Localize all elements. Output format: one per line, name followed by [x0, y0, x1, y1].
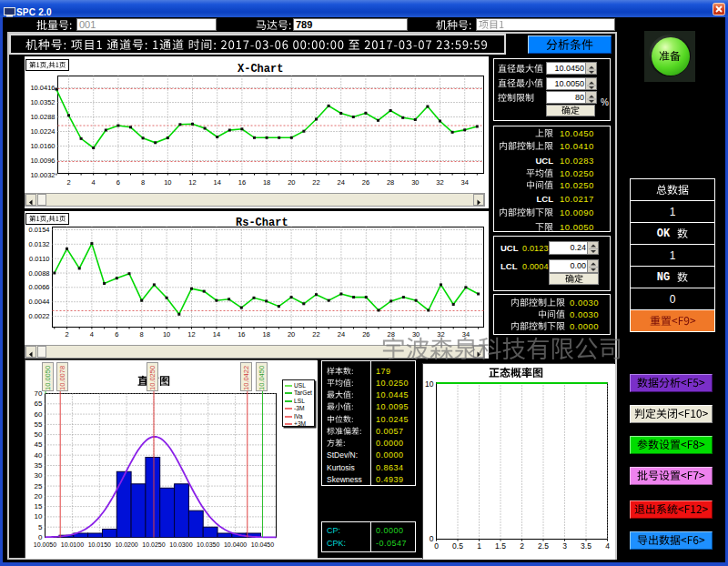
svg-text:25: 25	[35, 482, 43, 490]
svg-text:55: 55	[35, 420, 43, 429]
svg-text:3: 3	[562, 541, 567, 551]
svg-text:1: 1	[477, 541, 481, 551]
svg-text:10.0288: 10.0288	[30, 113, 55, 121]
svg-text:2: 2	[520, 541, 524, 551]
svg-text:30: 30	[35, 471, 43, 480]
svg-text:60: 60	[35, 410, 43, 419]
svg-text:10.0400: 10.0400	[224, 541, 247, 548]
svg-text:20: 20	[35, 492, 43, 500]
svg-text:10.0050: 10.0050	[34, 541, 56, 548]
svg-text:10.0200: 10.0200	[115, 541, 137, 548]
svg-text:0.0110: 0.0110	[29, 255, 49, 263]
svg-text:3.5: 3.5	[581, 541, 592, 551]
svg-text:5: 5	[38, 523, 43, 531]
svg-text:45: 45	[35, 440, 43, 449]
svg-text:10.0450: 10.0450	[251, 541, 274, 548]
svg-text:2.5: 2.5	[538, 541, 549, 551]
svg-text:10.0350: 10.0350	[197, 541, 219, 548]
svg-text:0.0088: 0.0088	[29, 269, 50, 278]
svg-text:0.5: 0.5	[452, 541, 463, 551]
svg-text:15: 15	[35, 502, 43, 510]
svg-text:0.0132: 0.0132	[29, 240, 50, 248]
svg-text:10.0352: 10.0352	[30, 98, 55, 106]
svg-text:10.0100: 10.0100	[61, 541, 84, 548]
svg-text:10.0300: 10.0300	[169, 541, 192, 548]
svg-text:10: 10	[35, 512, 43, 521]
svg-text:65: 65	[35, 399, 43, 408]
svg-text:10: 10	[425, 379, 434, 389]
svg-text:0.0066: 0.0066	[29, 283, 50, 291]
svg-text:40: 40	[35, 451, 43, 460]
svg-text:0: 0	[430, 534, 434, 543]
svg-text:4: 4	[605, 541, 610, 551]
svg-text:10.0150: 10.0150	[88, 541, 111, 548]
svg-text:50: 50	[35, 430, 43, 439]
svg-text:1.5: 1.5	[495, 541, 506, 551]
svg-text:10.0250: 10.0250	[142, 541, 165, 548]
svg-text:10.0416: 10.0416	[30, 84, 55, 92]
svg-text:35: 35	[35, 461, 43, 470]
svg-text:0: 0	[434, 541, 439, 551]
